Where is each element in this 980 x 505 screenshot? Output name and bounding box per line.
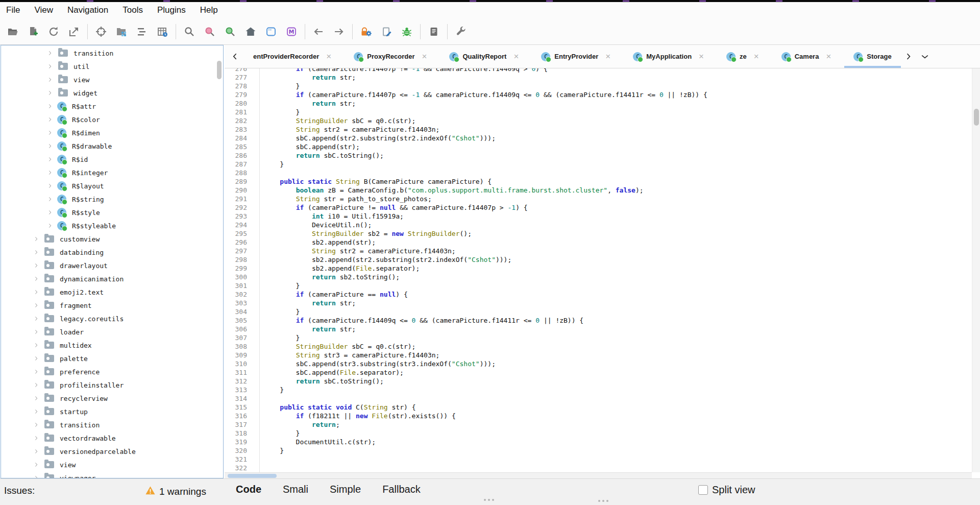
editor-horizontal-scrollbar-thumb[interactable] xyxy=(228,474,277,478)
editor-vertical-scrollbar-thumb[interactable] xyxy=(974,109,979,126)
tree-item-drawerlayout[interactable]: drawerlayout xyxy=(1,259,223,272)
tabs-scroll-right-button[interactable] xyxy=(904,52,913,61)
tree-item-r-id[interactable]: CR$id xyxy=(1,153,223,166)
tree-item-emoji2-text[interactable]: emoji2.text xyxy=(1,285,223,299)
tab-close-icon[interactable]: × xyxy=(826,52,831,61)
drag-handle-dots[interactable] xyxy=(484,499,496,501)
tree-item-transition[interactable]: transition xyxy=(1,418,223,431)
split-view-checkbox[interactable] xyxy=(698,485,708,495)
open-file-button[interactable] xyxy=(4,23,21,40)
expand-chevron-icon[interactable] xyxy=(33,435,39,441)
tree-item-r-style[interactable]: CR$style xyxy=(1,206,223,219)
menu-navigation[interactable]: Navigation xyxy=(67,5,115,15)
editor-tab-storage[interactable]: CStorage xyxy=(842,45,902,68)
tabs-list-dropdown-button[interactable] xyxy=(920,52,929,61)
tree-item-palette[interactable]: palette xyxy=(1,352,223,365)
menu-help[interactable]: Help xyxy=(200,5,225,15)
tree-item-fragment[interactable]: fragment xyxy=(1,299,223,312)
tree-item-view[interactable]: view xyxy=(1,73,223,86)
package-tree-panel[interactable]: transitionutilviewwidgetCR$attrCR$colorC… xyxy=(1,45,224,478)
menu-tools[interactable]: Tools xyxy=(122,5,150,15)
editor-horizontal-scrollbar[interactable] xyxy=(225,472,972,478)
tree-item-recyclerview[interactable]: recyclerview xyxy=(1,392,223,405)
tree-item-loader[interactable]: loader xyxy=(1,325,223,339)
expand-chevron-icon[interactable] xyxy=(47,116,53,123)
tree-item-dynamicanimation[interactable]: dynamicanimation xyxy=(1,272,223,285)
tree-item-r-integer[interactable]: CR$integer xyxy=(1,166,223,179)
editor-tab-ze[interactable]: Cze× xyxy=(715,45,770,68)
expand-chevron-icon[interactable] xyxy=(47,50,53,56)
tree-item-legacy-coreutils[interactable]: legacy.coreutils xyxy=(1,312,223,325)
expand-chevron-icon[interactable] xyxy=(33,475,39,478)
tab-close-icon[interactable]: × xyxy=(605,52,610,61)
tree-item-customview[interactable]: customview xyxy=(1,232,223,246)
tree-item-r-string[interactable]: CR$string xyxy=(1,193,223,206)
tree-item-r-layout[interactable]: CR$layout xyxy=(1,179,223,193)
deobfuscation-button[interactable] xyxy=(92,23,110,40)
menu-plugins[interactable]: Plugins xyxy=(157,5,193,15)
view-toggle-simple[interactable]: Simple xyxy=(330,484,361,495)
editor-tab-camera[interactable]: CCamera× xyxy=(770,45,843,68)
tree-item-preference[interactable]: preference xyxy=(1,365,223,378)
expand-chevron-icon[interactable] xyxy=(47,209,53,215)
table-view-button[interactable] xyxy=(154,23,171,40)
tree-item-databinding[interactable]: databinding xyxy=(1,246,223,259)
tab-close-icon[interactable]: × xyxy=(513,52,519,61)
menu-file[interactable]: File xyxy=(6,5,27,15)
code-editor[interactable]: 276 if (cameraPicture.f14407p != -1 && c… xyxy=(225,68,972,472)
warning-count[interactable]: 1 warnings xyxy=(159,486,206,497)
expand-chevron-icon[interactable] xyxy=(33,382,39,388)
expand-chevron-icon[interactable] xyxy=(47,63,53,69)
tree-item-viewpager[interactable]: viewpager xyxy=(1,471,223,478)
tab-close-icon[interactable]: × xyxy=(326,52,331,61)
security-settings-button[interactable] xyxy=(357,23,375,40)
view-toggle-smali[interactable]: Smali xyxy=(283,484,308,495)
tabs-scroll-left-button[interactable] xyxy=(231,52,240,61)
expand-chevron-icon[interactable] xyxy=(47,156,53,162)
tab-close-icon[interactable]: × xyxy=(422,52,427,61)
expand-chevron-icon[interactable] xyxy=(33,355,39,362)
expand-chevron-icon[interactable] xyxy=(33,422,39,428)
tree-item-r-attr[interactable]: CR$attr xyxy=(1,100,223,113)
tree-item-profileinstaller[interactable]: profileinstaller xyxy=(1,378,223,392)
editor-tab-qualityreport[interactable]: CQualityReport× xyxy=(438,45,530,68)
expand-chevron-icon[interactable] xyxy=(33,329,39,335)
expand-chevron-icon[interactable] xyxy=(33,236,39,242)
warning-icon[interactable] xyxy=(145,485,156,498)
expand-chevron-icon[interactable] xyxy=(33,342,39,348)
tree-item-multidex[interactable]: multidex xyxy=(1,339,223,352)
search-button[interactable] xyxy=(181,23,198,40)
expand-chevron-icon[interactable] xyxy=(47,223,53,229)
flatten-packages-button[interactable] xyxy=(133,23,151,40)
tree-item-versionedparcelable[interactable]: versionedparcelable xyxy=(1,445,223,458)
expand-chevron-icon[interactable] xyxy=(47,77,53,83)
script-button[interactable]: M xyxy=(283,23,300,40)
view-toggle-code[interactable]: Code xyxy=(236,484,261,495)
tree-item-r-color[interactable]: CR$color xyxy=(1,113,223,126)
tree-scrollbar-thumb[interactable] xyxy=(217,61,222,79)
editor-vertical-scrollbar[interactable] xyxy=(972,68,980,472)
text-search-button[interactable] xyxy=(201,23,218,40)
tree-item-r-styleable[interactable]: CR$styleable xyxy=(1,219,223,232)
expand-chevron-icon[interactable] xyxy=(33,262,39,269)
rename-button[interactable] xyxy=(378,23,395,40)
forward-button[interactable] xyxy=(330,23,348,40)
window-button[interactable] xyxy=(262,23,280,40)
expand-chevron-icon[interactable] xyxy=(33,316,39,322)
menu-view[interactable]: View xyxy=(34,5,60,15)
log-viewer-button[interactable] xyxy=(425,23,443,40)
tree-item-transition[interactable]: transition xyxy=(1,46,223,60)
tab-close-icon[interactable]: × xyxy=(699,52,704,61)
editor-tab-myapplication[interactable]: CMyApplication× xyxy=(622,45,715,68)
expand-chevron-icon[interactable] xyxy=(47,196,53,202)
export-button[interactable] xyxy=(65,23,83,40)
preferences-button[interactable] xyxy=(452,23,470,40)
editor-tab-entryprovider[interactable]: CEntryProvider× xyxy=(530,45,622,68)
tree-item-startup[interactable]: startup xyxy=(1,405,223,418)
tree-item-r-drawable[interactable]: CR$drawable xyxy=(1,139,223,153)
tree-item-vectordrawable[interactable]: vectordrawable xyxy=(1,431,223,445)
expand-chevron-icon[interactable] xyxy=(47,103,53,109)
editor-tab-proxyrecorder[interactable]: CProxyRecorder× xyxy=(342,45,438,68)
tree-item-view[interactable]: view xyxy=(1,458,223,471)
sync-packages-button[interactable] xyxy=(113,23,130,40)
